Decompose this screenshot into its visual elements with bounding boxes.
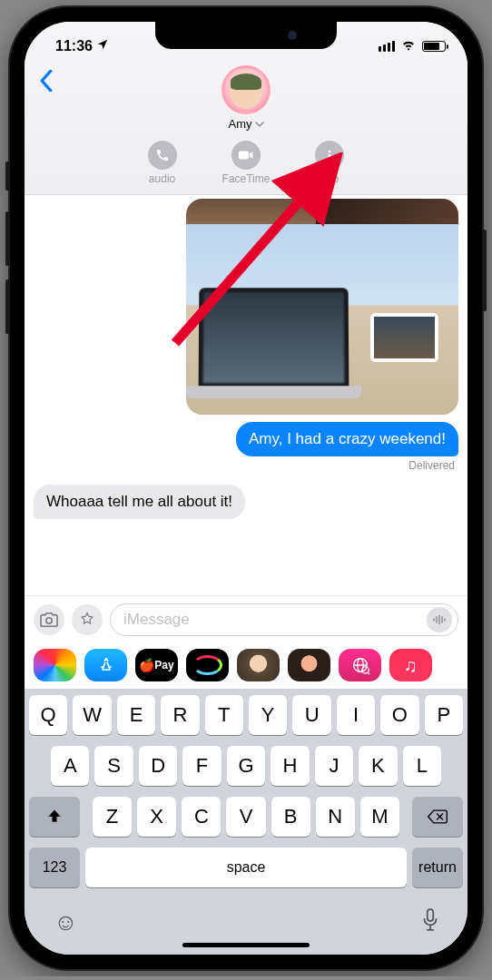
sent-photo-message[interactable] — [186, 199, 458, 415]
key-r[interactable]: R — [161, 695, 199, 735]
contact-summary[interactable]: Amy audio FaceTime — [35, 65, 457, 185]
battery-icon — [422, 41, 446, 52]
svg-rect-0 — [239, 152, 249, 160]
key-t[interactable]: T — [205, 695, 243, 735]
app-memoji-2[interactable] — [288, 649, 330, 681]
voice-record-button[interactable] — [427, 607, 452, 632]
info-icon — [315, 141, 344, 170]
key-y[interactable]: Y — [249, 695, 287, 735]
key-f[interactable]: F — [182, 746, 221, 786]
app-activity[interactable] — [186, 649, 229, 681]
key-q[interactable]: Q — [29, 695, 67, 735]
photo-thumbnail-row — [186, 199, 458, 224]
apps-button[interactable] — [72, 604, 103, 635]
key-n[interactable]: N — [316, 797, 355, 837]
shift-key[interactable] — [29, 797, 80, 837]
key-p[interactable]: P — [425, 695, 463, 735]
contact-avatar — [221, 65, 271, 114]
video-icon — [231, 141, 261, 170]
messages-scroll[interactable]: Amy, I had a crazy weekend! Delivered Wh… — [25, 195, 467, 595]
numbers-key[interactable]: 123 — [29, 848, 80, 887]
key-c[interactable]: C — [182, 797, 221, 837]
app-music[interactable]: ♫ — [389, 649, 432, 681]
keyboard: QWERTYUIOP ASDFGHJKL ZXCVBNM 123 space r… — [25, 689, 467, 955]
return-key[interactable]: return — [412, 848, 463, 887]
audio-call-button[interactable]: audio — [148, 141, 177, 185]
key-x[interactable]: X — [137, 797, 176, 837]
received-text-bubble[interactable]: Whoaaa tell me all about it! — [34, 485, 245, 519]
key-z[interactable]: Z — [93, 797, 132, 837]
key-j[interactable]: J — [315, 746, 353, 786]
key-v[interactable]: V — [226, 797, 265, 837]
home-indicator[interactable] — [182, 943, 310, 947]
key-k[interactable]: K — [359, 746, 397, 786]
key-u[interactable]: U — [292, 695, 330, 735]
svg-rect-2 — [329, 154, 331, 161]
volume-down-button — [5, 279, 10, 334]
imessage-app-strip: 🍎Pay ♫ — [25, 643, 467, 689]
key-a[interactable]: A — [51, 746, 89, 786]
key-s[interactable]: S — [94, 746, 133, 786]
space-key[interactable]: space — [85, 848, 407, 887]
key-g[interactable]: G — [227, 746, 265, 786]
wifi-icon — [400, 38, 417, 54]
composer-row: iMessage — [25, 595, 467, 643]
location-icon — [96, 38, 109, 54]
facetime-button[interactable]: FaceTime — [222, 141, 271, 185]
app-applepay[interactable]: 🍎Pay — [135, 649, 178, 681]
key-l[interactable]: L — [403, 746, 441, 786]
svg-line-13 — [368, 672, 369, 674]
info-button[interactable]: info — [315, 141, 344, 185]
screen: 11:36 Amy — [25, 22, 467, 955]
app-photos[interactable] — [34, 649, 76, 681]
cellular-icon — [379, 41, 395, 52]
key-i[interactable]: I — [337, 695, 375, 735]
backspace-key[interactable] — [412, 797, 463, 837]
sent-text-bubble[interactable]: Amy, I had a crazy weekend! — [236, 422, 458, 456]
conversation-header: Amy audio FaceTime — [25, 62, 467, 195]
volume-up-button — [5, 211, 10, 266]
delivered-label: Delivered — [34, 459, 455, 472]
svg-rect-14 — [428, 909, 434, 921]
svg-point-3 — [46, 618, 52, 623]
app-appstore[interactable] — [84, 649, 127, 681]
message-input[interactable]: iMessage — [110, 603, 458, 636]
photo-main — [186, 224, 458, 415]
phone-frame: 11:36 Amy — [10, 7, 482, 969]
key-e[interactable]: E — [117, 695, 155, 735]
app-globe[interactable] — [339, 649, 381, 681]
key-b[interactable]: B — [271, 797, 310, 837]
key-m[interactable]: M — [360, 797, 399, 837]
notch — [155, 22, 337, 49]
key-o[interactable]: O — [380, 695, 418, 735]
back-button[interactable] — [39, 69, 54, 98]
key-w[interactable]: W — [73, 695, 111, 735]
dictation-button[interactable] — [422, 908, 438, 938]
status-time: 11:36 — [55, 38, 93, 54]
phone-icon — [148, 141, 177, 170]
input-placeholder: iMessage — [123, 611, 427, 629]
key-d[interactable]: D — [139, 746, 177, 786]
camera-button[interactable] — [34, 604, 64, 635]
power-button — [482, 230, 487, 311]
key-h[interactable]: H — [271, 746, 309, 786]
app-memoji-1[interactable] — [237, 649, 280, 681]
contact-name: Amy — [229, 117, 264, 131]
svg-point-1 — [329, 151, 331, 153]
mute-switch — [5, 162, 10, 191]
emoji-keyboard-button[interactable]: ☺ — [54, 908, 78, 938]
